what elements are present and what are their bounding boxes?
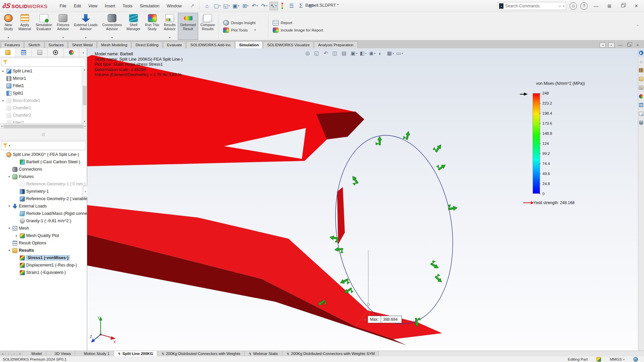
ribbon-tab[interactable]: Evaluate (163, 42, 186, 48)
tab-displaymanager[interactable] (64, 48, 79, 57)
pin-menu-icon[interactable] (189, 2, 196, 10)
ribbon-tab[interactable]: Surfaces (45, 42, 68, 48)
more-tabs-icon[interactable]: › (79, 48, 87, 57)
cm-button[interactable]: Connections Advisor ▾ (100, 13, 124, 40)
ribbon-tab[interactable]: Analysis Preparation (314, 42, 357, 48)
menu-item[interactable]: File (56, 2, 70, 10)
task-pane-tab[interactable] (638, 110, 644, 118)
cm-button[interactable]: New Study ▾ (1, 13, 16, 40)
quick-tool-button[interactable]: ☰ ▾ (288, 2, 297, 10)
units-dropdown-icon[interactable]: ▴ (623, 358, 625, 361)
quick-tool-button[interactable]: ↖ ▾ (269, 2, 278, 10)
menu-item[interactable]: Window (163, 2, 185, 10)
scroll-thumb[interactable] (83, 86, 87, 105)
hud-tool-button[interactable]: ◫ ▾ (332, 49, 340, 57)
cm-button[interactable]: External Loads Advisor ▾ (72, 13, 100, 40)
hud-tool-button[interactable]: ◧ ▾ (359, 49, 367, 57)
bottom-tab[interactable]: ↯ Split Line 200KG (114, 351, 158, 356)
edit-sketch-icon[interactable] (596, 357, 601, 362)
quick-tool-button[interactable]: Σ ▾ (298, 2, 306, 10)
search-input[interactable] (505, 4, 557, 8)
quick-tool-button[interactable]: ⊞ ▾ (241, 2, 250, 10)
tab-nav-button[interactable]: ‹ (6, 351, 11, 356)
tab-dimxpertmanager[interactable] (48, 48, 63, 57)
unit-system-selector[interactable]: MMGS ▴ (610, 357, 625, 361)
feature-tree-item[interactable]: Chamfer2 (0, 112, 87, 119)
tab-nav-button[interactable]: « (0, 351, 6, 356)
cm-side-button[interactable]: Plot Tools ▾ (223, 27, 264, 33)
ribbon-tab[interactable]: Simulation (235, 41, 263, 48)
expand-arrow-icon[interactable]: ▸ (1, 99, 5, 102)
study-tree-item[interactable]: Barbell (-Cast Carbon Steel-) (0, 158, 87, 166)
ribbon-tab[interactable]: SOLIDWORKS Add-Ins (186, 42, 234, 48)
tab-nav-button[interactable]: » (17, 351, 23, 356)
study-tree-item[interactable]: ▸ Mesh Quality Plot (0, 232, 87, 239)
study-tree-item[interactable]: Stress1 (-vonMises-) (0, 254, 87, 261)
cm-button[interactable]: Apply Material ▾ (16, 13, 33, 40)
task-pane-tab[interactable] (638, 101, 644, 109)
tab-featuremanager[interactable] (0, 48, 16, 57)
panel-flyout-handle[interactable]: ◂ (83, 186, 87, 197)
feature-tree-vscrollbar[interactable]: ▴▾ (82, 67, 87, 124)
cm-button[interactable]: Deformed Result ▾ (178, 13, 198, 40)
close-button[interactable]: × (631, 2, 641, 10)
tile-windows-button[interactable]: ⊞ (604, 2, 614, 10)
expand-arrow-icon[interactable]: ▸ (15, 234, 18, 237)
feature-tree-hscrollbar[interactable]: ◂▸ (0, 124, 87, 128)
doc-restore-button[interactable] (626, 43, 632, 48)
menu-item[interactable]: Simulation (137, 2, 163, 10)
task-pane-tab[interactable] (638, 66, 644, 74)
help-icon[interactable]: ? (580, 2, 588, 10)
study-tree-item[interactable]: Split Line 200KG* (-FEA Split Line-) (0, 151, 87, 158)
study-tree-item[interactable]: Gravity-1 (:-9.81 m/s^2:) (0, 217, 87, 225)
collapse-left-pane-button[interactable]: ◂ (600, 43, 606, 48)
collapse-ribbon-icon[interactable]: ⌃ (632, 24, 644, 28)
expand-arrow-icon[interactable]: ▾ (7, 175, 11, 178)
doc-minimize-button[interactable]: — (617, 43, 623, 48)
quick-tool-button[interactable]: ▾ (279, 2, 287, 10)
flyout-caret-icon[interactable]: ▾ (111, 36, 113, 39)
study-tree-item[interactable]: Remote Load/Mass (Rigid connect (0, 210, 87, 217)
tab-propertymanager[interactable] (16, 48, 32, 57)
cm-button[interactable]: Simulation Evaluator ▾ (33, 13, 54, 40)
flyout-caret-icon[interactable]: ▾ (85, 36, 87, 39)
expand-arrow-icon[interactable]: ▾ (7, 227, 11, 230)
graphics-viewport[interactable]: Model name: BarbellStudy name: Split Lin… (87, 48, 638, 351)
tab-nav-button[interactable]: › (11, 351, 17, 356)
feature-tree-item[interactable]: ▸ Split Line1 (0, 67, 87, 75)
flyout-caret-icon[interactable]: ▾ (62, 36, 64, 39)
study-tree-item[interactable]: Strain1 (-Equivalent-) (0, 269, 87, 276)
ribbon-tab[interactable]: SOLIDWORKS Visualize (263, 42, 314, 48)
task-pane-tab[interactable]: T (638, 84, 644, 92)
quick-tool-button[interactable]: ⌂ ▾ (204, 2, 212, 10)
hud-tool-button[interactable]: ◎ ▾ (305, 49, 313, 57)
bottom-tab[interactable]: ↯ 200Kg Distributed Connectors with Weig… (282, 351, 379, 356)
restore-button[interactable] (618, 2, 628, 10)
panel-splitter[interactable] (0, 128, 87, 140)
cm-button[interactable]: Shell Manager ▾ (124, 13, 143, 40)
expand-arrow-icon[interactable]: ▾ (7, 204, 11, 208)
hud-tool-button[interactable]: ↶ ▾ (323, 49, 331, 57)
collapse-right-pane-button[interactable]: ▸ (608, 43, 614, 48)
study-tree-item[interactable]: Symmetry-1 (0, 188, 87, 195)
web-help-icon[interactable] (633, 357, 638, 362)
ribbon-tab[interactable]: Direct Editing (131, 42, 162, 48)
max-value-callout[interactable]: ⊖ Max: 388.684 (368, 316, 402, 323)
hud-tool-button[interactable]: ◱ ▾ (314, 49, 322, 57)
ribbon-tab[interactable]: Features (1, 42, 24, 48)
filter-dropdown-icon[interactable]: ▾ (9, 144, 10, 147)
task-pane-tab[interactable] (638, 119, 644, 127)
quick-tool-button[interactable]: ↷ ▾ (260, 2, 269, 10)
study-tree-item[interactable]: Reference Geometry-2 (:variable:) (0, 195, 87, 202)
cm-button[interactable]: Results Advisor ▾ (161, 13, 178, 40)
task-pane-tab[interactable] (638, 75, 644, 83)
tab-configurationmanager[interactable] (32, 48, 48, 57)
hud-tool-button[interactable]: ◐ ▾ (377, 49, 385, 57)
cm-side-button[interactable]: Include Image for Report (273, 27, 323, 33)
hud-tool-button[interactable]: ◉ ▾ (368, 49, 376, 57)
hud-tool-button[interactable]: ▭ ▾ (395, 49, 404, 57)
quick-tool-button[interactable]: ▣ ▾ (232, 2, 240, 10)
feature-tree-item[interactable]: Fillet1 (0, 82, 87, 89)
task-pane-tab[interactable]: ▶ (638, 49, 644, 57)
hud-tool-button[interactable]: ▦ ▾ (386, 49, 394, 57)
